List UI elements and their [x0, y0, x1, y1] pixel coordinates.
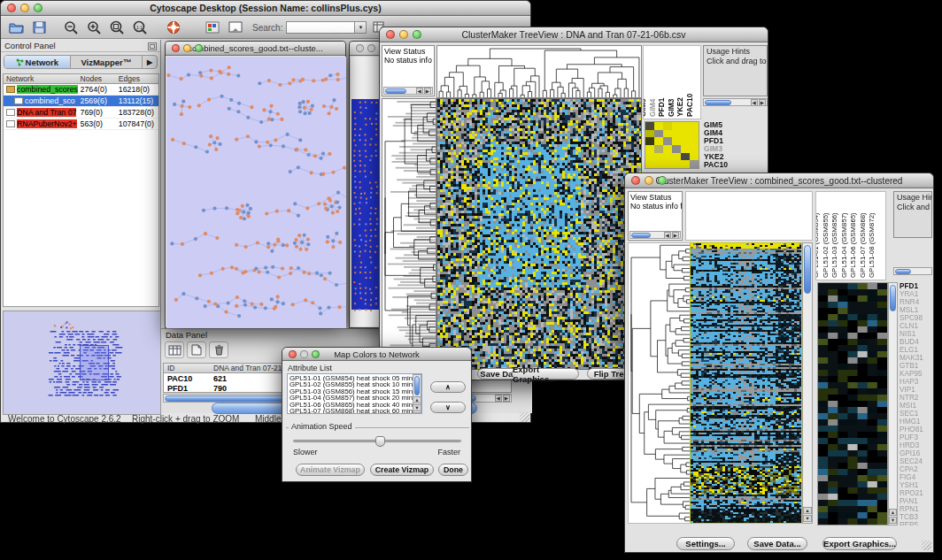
- matrix-cell[interactable]: [681, 137, 690, 145]
- matrix-cell[interactable]: [663, 137, 672, 145]
- matrix-cell[interactable]: [654, 160, 663, 168]
- annotation-icon[interactable]: [226, 19, 245, 36]
- gene-label[interactable]: YSH1: [900, 481, 933, 489]
- col-nodes[interactable]: Nodes: [81, 74, 119, 83]
- treeview2-zoom-scrollbar[interactable]: ▲▼: [888, 282, 898, 525]
- scroll-left-icon[interactable]: ◀: [751, 99, 758, 106]
- gene-label[interactable]: YRA1: [900, 290, 933, 298]
- array-column-label[interactable]: GPL51-07 (GSM868): [859, 212, 867, 278]
- matrix-cell[interactable]: [681, 153, 690, 161]
- open-folder-icon[interactable]: [6, 19, 26, 36]
- select-attributes-icon[interactable]: [165, 341, 184, 358]
- gene-label[interactable]: BUD4: [900, 338, 933, 346]
- matrix-cell[interactable]: [645, 122, 654, 130]
- gene-label[interactable]: PFD1: [900, 282, 933, 290]
- gene-label[interactable]: MSL1: [900, 306, 933, 314]
- gene-label[interactable]: RNR4: [900, 298, 933, 306]
- scroll-down-icon[interactable]: ▼: [803, 515, 811, 522]
- array-column-label[interactable]: GPL51-03 (GSM856): [830, 212, 838, 278]
- matrix-cell[interactable]: [645, 137, 654, 145]
- minimize-button[interactable]: [20, 4, 29, 12]
- array-column-label[interactable]: GPL51-06 (GSM865): [849, 212, 857, 278]
- array-column-label[interactable]: GPL51-01 (GSM854): [815, 212, 820, 278]
- column-gene-label[interactable]: YKE2: [676, 97, 684, 117]
- treeview2-zoom-heatmap[interactable]: [817, 282, 888, 525]
- scroll-up-icon[interactable]: ▲: [803, 507, 811, 514]
- gene-label[interactable]: RPO21: [900, 489, 933, 497]
- network-canvas[interactable]: [166, 57, 346, 328]
- column-gene-label[interactable]: GIM3: [668, 99, 676, 117]
- gene-label[interactable]: VIP1: [900, 386, 933, 394]
- resize-grip[interactable]: [520, 412, 529, 422]
- scroll-left-icon[interactable]: ◀: [664, 232, 671, 239]
- close-button[interactable]: [172, 44, 180, 52]
- data-col-id[interactable]: ID: [164, 364, 213, 372]
- matrix-cell[interactable]: [645, 145, 654, 153]
- network-table-row[interactable]: combined_sco2569(6)13112(15): [4, 96, 158, 107]
- export-graphics-button[interactable]: Export Graphics...: [512, 368, 579, 380]
- zoom-button[interactable]: [312, 350, 320, 358]
- col-edges[interactable]: Edges: [119, 74, 158, 83]
- matrix-cell[interactable]: [645, 160, 654, 168]
- matrix-cell[interactable]: [690, 137, 699, 145]
- treeview1-zoom-matrix[interactable]: [645, 121, 699, 169]
- matrix-cell[interactable]: [663, 153, 672, 161]
- matrix-cell[interactable]: [663, 122, 672, 130]
- matrix-cell[interactable]: [663, 130, 672, 138]
- network-overview-canvas[interactable]: [3, 311, 161, 415]
- gene-label[interactable]: SEC1: [900, 410, 933, 418]
- create-vizmap-button[interactable]: Create Vizmap: [370, 464, 434, 476]
- search-input[interactable]: [286, 21, 355, 34]
- treeview2-heatmap-scrollbar[interactable]: ▲▼: [802, 242, 813, 524]
- scroll-down-icon[interactable]: ▼: [413, 404, 421, 411]
- search-dropdown-icon[interactable]: ▼: [355, 21, 367, 34]
- matrix-cell[interactable]: [672, 137, 681, 145]
- matrix-cell[interactable]: [654, 122, 663, 130]
- gene-label[interactable]: FIG4: [900, 473, 933, 481]
- slider-thumb[interactable]: [375, 436, 385, 447]
- column-gene-label[interactable]: PAC10: [686, 94, 694, 117]
- minimize-button[interactable]: [367, 44, 375, 52]
- matrix-cell[interactable]: [690, 122, 699, 130]
- column-gene-label[interactable]: GIM5: [643, 99, 647, 117]
- matrix-cell[interactable]: [681, 122, 690, 130]
- matrix-cell[interactable]: [690, 153, 699, 161]
- matrix-cell[interactable]: [654, 130, 663, 138]
- matrix-cell[interactable]: [654, 145, 663, 153]
- move-up-button[interactable]: ∧: [430, 381, 466, 393]
- gene-label[interactable]: TCB3: [900, 513, 933, 521]
- save-data-button[interactable]: Save Data...: [747, 537, 807, 550]
- network-table-row[interactable]: RNAPuberNov2+563(0)107847(0): [4, 119, 158, 130]
- gene-label[interactable]: ELG1: [900, 346, 933, 354]
- gene-label[interactable]: GTB1: [900, 362, 933, 370]
- gene-label[interactable]: CLN1: [900, 322, 933, 330]
- gene-label[interactable]: HAP3: [900, 378, 933, 386]
- matrix-cell[interactable]: [645, 130, 654, 138]
- gene-label[interactable]: PEP5: [900, 521, 933, 525]
- save-icon[interactable]: [29, 19, 49, 36]
- minimize-button[interactable]: [399, 30, 408, 39]
- gene-label[interactable]: PHO81: [900, 426, 933, 433]
- matrix-cell[interactable]: [654, 153, 663, 161]
- close-button[interactable]: [7, 4, 16, 12]
- zoom-out-icon[interactable]: [61, 19, 81, 36]
- settings-button[interactable]: Settings...: [676, 537, 735, 550]
- scroll-right-icon[interactable]: ▶: [672, 232, 679, 239]
- network-table-row[interactable]: DNA and Tran 07769(0)183728(0): [4, 107, 158, 119]
- animation-speed-slider[interactable]: [293, 440, 461, 442]
- move-down-button[interactable]: ∨: [430, 402, 466, 413]
- usage-hints-scrollbar[interactable]: [893, 267, 932, 275]
- gene-label[interactable]: RPN1: [900, 505, 933, 513]
- gene-label[interactable]: CPA2: [900, 465, 933, 473]
- treeview1-row-dendrogram[interactable]: [382, 98, 436, 370]
- zoom-button[interactable]: [658, 176, 667, 185]
- close-button[interactable]: [386, 30, 395, 39]
- zoom-in-icon[interactable]: [84, 19, 104, 36]
- scroll-up-icon[interactable]: ▲: [413, 396, 421, 403]
- treeview2-column-dendrogram-area[interactable]: [685, 191, 813, 241]
- matrix-cell[interactable]: [681, 160, 690, 168]
- close-button[interactable]: [356, 44, 364, 52]
- search-combo[interactable]: ▼: [286, 21, 367, 34]
- array-column-label[interactable]: GPL51-04 (GSM857): [840, 212, 848, 278]
- help-lifesaver-icon[interactable]: [164, 19, 183, 36]
